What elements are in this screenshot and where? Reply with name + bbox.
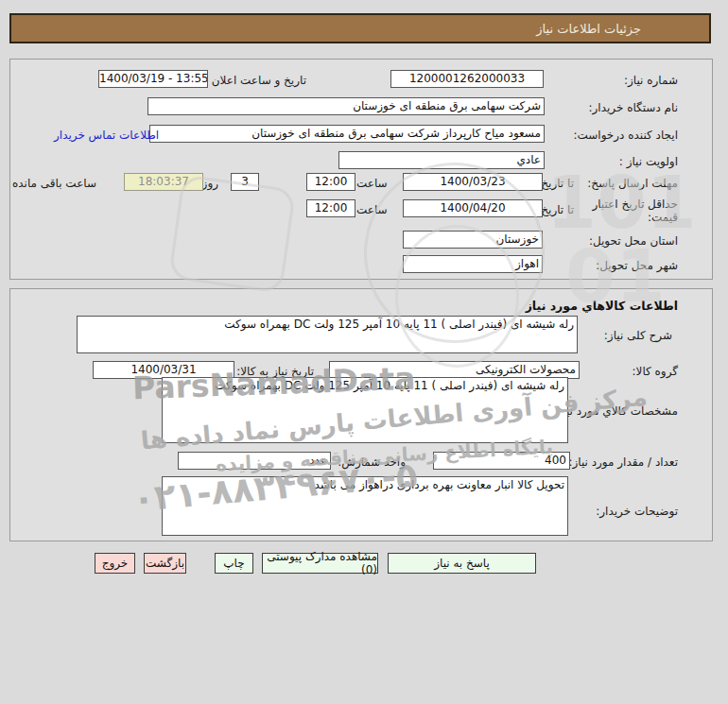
buyer-notes-textarea[interactable]: تحویل کالا انبار معاونت بهره برداری دراه…	[162, 476, 568, 536]
priority-field[interactable]: عادي	[338, 151, 545, 169]
unit-label: واحد شمارش:	[338, 455, 406, 469]
validity-hour-label: ساعت	[356, 203, 388, 216]
quantity-field[interactable]: 400	[433, 452, 570, 470]
response-date-field[interactable]: 1400/03/23	[403, 173, 543, 191]
buyer-contact-link[interactable]: اطلاعات تماس خریدار	[54, 129, 159, 142]
need-number-label: شماره نیاز:	[624, 74, 678, 87]
quantity-label: تعداد / مقدار مورد نیاز:	[568, 455, 678, 469]
exit-button[interactable]: خروج	[95, 553, 135, 574]
general-desc-label: شرح کلی نیاز:	[604, 329, 672, 342]
page-title: جزئیات اطلاعات نیاز	[536, 22, 641, 36]
delivery-province-label: استان محل تحویل:	[589, 234, 678, 248]
delivery-province-field[interactable]: خوزستان	[403, 231, 543, 249]
buyer-org-label: نام دستگاه خریدار:	[589, 101, 679, 114]
request-creator-label: ایجاد کننده درخواست:	[573, 129, 678, 142]
validity-date-field[interactable]: 1400/04/20	[403, 199, 543, 217]
public-announce-field[interactable]: 1400/03/19 - 13:55	[98, 70, 208, 88]
remaining-days-field[interactable]: 3	[231, 173, 259, 191]
view-attached-docs-button[interactable]: مشاهده مدارک پیوستی (0)	[262, 553, 378, 574]
respond-to-need-button[interactable]: پاسخ به نیاز	[388, 553, 536, 574]
request-creator-field[interactable]: مسعود میاح کارپرداز شرکت سهامی برق منطقه…	[149, 125, 545, 143]
response-time-field[interactable]: 12:00	[306, 173, 355, 191]
specs-textarea[interactable]: رله شیشه ای (فیندر اصلی ) 11 پایه 10 آمپ…	[162, 377, 568, 443]
response-deadline-label: مهلت ارسال پاسخ:	[587, 177, 678, 190]
specs-label: مشخصات کالاي مورد نیاز:	[553, 404, 678, 418]
price-validity-label: حداقل تاریخ اعتبار قیمت:	[566, 197, 678, 224]
buyer-org-field[interactable]: شرکت سهامی برق منطقه ای خوزستان	[147, 97, 545, 115]
back-button[interactable]: بازگشت	[144, 553, 186, 574]
buyer-notes-label: توضیحات خریدار:	[596, 505, 678, 518]
goods-info-panel: اطلاعات کالاهاي مورد نیاز شرح کلی نیاز: …	[9, 288, 713, 541]
countdown-timer: 18:03:37	[124, 173, 203, 191]
validity-time-field[interactable]: 12:00	[306, 199, 355, 217]
delivery-city-label: شهر محل تحویل:	[596, 259, 678, 272]
need-details-page: جزئیات اطلاعات نیاز شماره نیاز: 12000012…	[0, 0, 728, 704]
title-bar: جزئیات اطلاعات نیاز	[9, 13, 711, 43]
unit-field[interactable]: عدد	[178, 452, 331, 470]
action-buttons-row: پاسخ به نیاز مشاهده مدارک پیوستی (0) چاپ…	[9, 553, 713, 575]
need-info-panel: شماره نیاز: 1200001262000033 تاریخ و ساع…	[9, 59, 713, 280]
general-desc-textarea[interactable]: رله شیشه ای (فیندر اصلی ) 11 پایه 10 آمپ…	[77, 316, 578, 353]
response-hour-label: ساعت	[356, 177, 388, 190]
delivery-city-field[interactable]: اهواز	[403, 255, 543, 273]
print-button[interactable]: چاپ	[215, 553, 253, 574]
priority-label: اولویت نیاز :	[619, 155, 678, 168]
need-number-field[interactable]: 1200001262000033	[390, 70, 544, 88]
goods-panel-header: اطلاعات کالاهاي مورد نیاز	[526, 299, 678, 313]
hours-remaining-label: ساعت باقی مانده	[12, 177, 96, 190]
goods-group-label: گروه کالا:	[633, 365, 679, 378]
need-date-label: تاریخ نیاز به کالا:	[236, 365, 314, 378]
